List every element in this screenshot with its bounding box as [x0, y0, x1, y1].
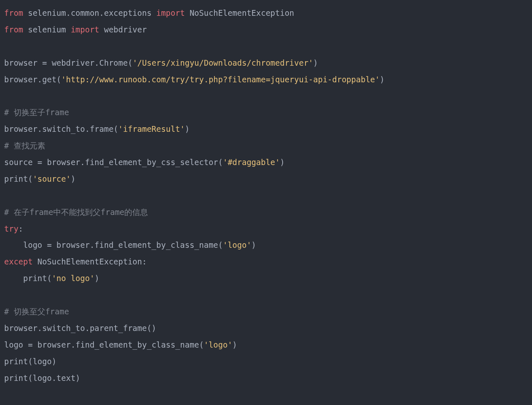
- code-token-ident: (logo.text): [28, 373, 80, 383]
- code-token-str: 'logo': [204, 340, 232, 349]
- code-token-ident: ): [280, 158, 285, 167]
- code-token-ident: browser.find_element_by_css_selector(: [42, 158, 223, 167]
- code-token-ident: browser.find_element_by_class_name(: [52, 240, 223, 249]
- code-token-ident: browser.switch_to.parent_frame(): [4, 324, 156, 333]
- code-token-punct: =: [37, 158, 42, 167]
- code-token-kw: import: [156, 8, 185, 17]
- code-token-str: 'http://www.runoob.com/try/try.php?filen…: [61, 75, 379, 84]
- code-token-kw: from: [4, 25, 23, 34]
- code-token-kw: from: [4, 8, 23, 17]
- code-token-builtin: print: [4, 373, 28, 383]
- code-token-punct: =: [47, 240, 52, 249]
- code-token-ident: selenium: [23, 25, 71, 34]
- code-token-ident: ): [251, 240, 256, 249]
- code-token-ident: NoSuchElementException: [185, 8, 294, 17]
- code-token-ident: browser: [4, 58, 42, 67]
- code-token-str: 'no logo': [52, 274, 94, 283]
- code-token-ident: browser.find_element_by_class_name(: [33, 340, 204, 349]
- code-token-builtin: print: [4, 357, 28, 366]
- code-token-comment: # 查找元素: [4, 141, 45, 150]
- code-token-punct: =: [42, 58, 47, 67]
- code-token-ident: webdriver: [99, 25, 147, 34]
- code-token-ident: browser.switch_to.frame(: [4, 124, 118, 133]
- code-token-ident: ): [232, 340, 237, 349]
- code-token-punct: =: [28, 340, 32, 349]
- code-token-ident: ): [185, 124, 190, 133]
- code-token-punct: :: [18, 224, 23, 233]
- code-token-ident: source: [4, 158, 37, 167]
- python-code-block: from selenium.common.exceptions import N…: [0, 0, 532, 399]
- code-token-str: '/Users/xingyu/Downloads/chromedriver': [133, 58, 313, 67]
- code-token-punct: :: [142, 257, 147, 266]
- code-token-ident: ): [71, 174, 75, 183]
- code-token-comment: # 在子frame中不能找到父frame的信息: [4, 207, 148, 217]
- code-token-kw: import: [71, 25, 99, 34]
- code-token-ident: ): [313, 58, 318, 67]
- code-token-str: 'logo': [223, 240, 251, 249]
- code-token-ident: (logo): [28, 357, 57, 366]
- code-token-comment: # 切换至父frame: [4, 307, 69, 316]
- code-token-ident: (: [47, 274, 52, 283]
- code-token-kw: try: [4, 224, 18, 233]
- code-token-kw: except: [4, 257, 33, 266]
- code-token-ident: NoSuchElementException: [33, 257, 142, 266]
- code-token-ident: ): [380, 75, 384, 84]
- code-token-ident: webdriver.Chrome(: [47, 58, 133, 67]
- code-token-builtin: print: [4, 174, 28, 183]
- code-token-str: '#draggable': [223, 158, 280, 167]
- code-token-ident: [4, 274, 23, 283]
- code-token-comment: # 切换至子frame: [4, 108, 69, 117]
- code-token-ident: (: [28, 174, 32, 183]
- code-token-str: 'source': [33, 174, 71, 183]
- code-token-builtin: print: [23, 274, 47, 283]
- code-token-ident: ): [94, 274, 99, 283]
- code-token-ident: logo: [4, 240, 47, 249]
- code-token-ident: browser.get(: [4, 75, 61, 84]
- code-token-str: 'iframeResult': [118, 124, 185, 133]
- code-token-ident: selenium.common.exceptions: [23, 8, 156, 17]
- code-token-ident: logo: [4, 340, 28, 349]
